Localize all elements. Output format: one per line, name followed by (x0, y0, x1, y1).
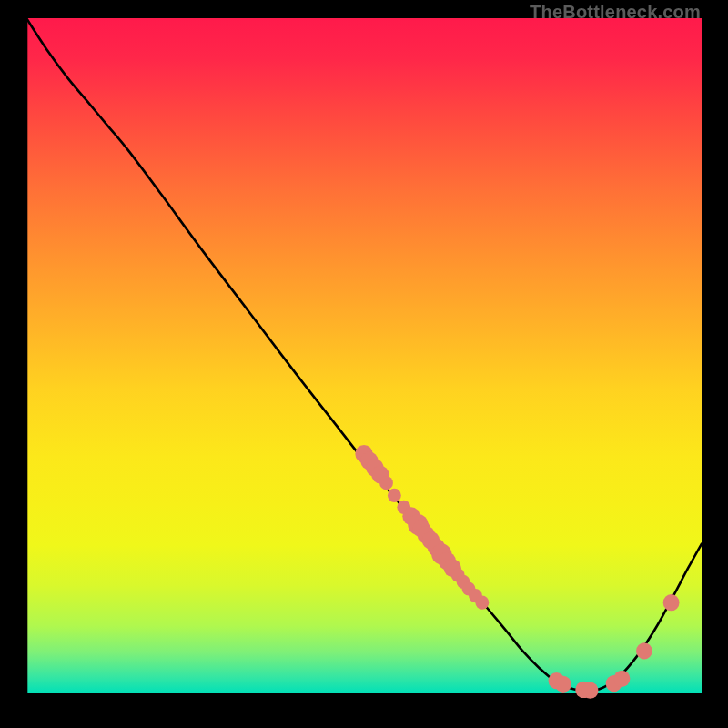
axis-layer (26, 18, 702, 710)
plot-area (26, 18, 702, 710)
chart-root: TheBottleneck.com (0, 0, 728, 728)
